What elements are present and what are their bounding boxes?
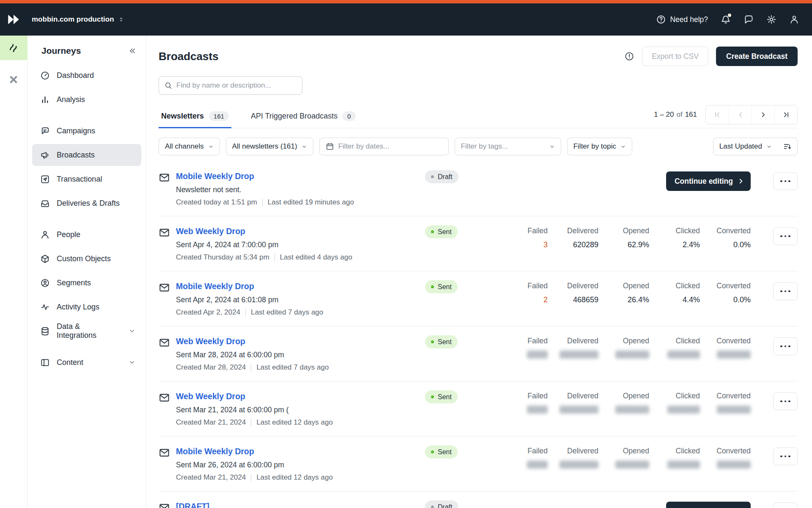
need-help-button[interactable]: Need help? [656, 14, 708, 25]
tags-filter[interactable]: Filter by tags... [455, 138, 561, 155]
status-badge: Sent [425, 225, 458, 238]
previous-page-button[interactable] [729, 105, 752, 124]
search-box [159, 76, 302, 95]
calendar-icon [326, 142, 334, 151]
meta-divider [251, 474, 251, 481]
status-dot [431, 450, 434, 453]
sidebar-item-activity-logs[interactable]: Activity Logs [32, 296, 141, 318]
journeys-icon [8, 42, 19, 53]
broadcast-title-link[interactable]: Web Weekly Drop [176, 337, 245, 346]
alert-circle-icon[interactable] [624, 51, 634, 61]
sidebar-item-dashboard[interactable]: Dashboard [32, 64, 141, 86]
topbar-actions: Need help? [656, 14, 799, 25]
broadcast-title-link[interactable]: Web Weekly Drop [176, 392, 245, 401]
sidebar-title: Journeys [41, 46, 81, 56]
broadcast-row: Mobile Weekly Drop Sent Apr 2, 2024 at 6… [159, 271, 798, 326]
tab-newsletters[interactable]: Newsletters 161 [159, 111, 231, 128]
first-page-button[interactable] [706, 105, 729, 124]
rail-x-button[interactable] [8, 75, 19, 86]
sort-direction-button[interactable] [778, 138, 797, 155]
app-logo-icon[interactable] [6, 12, 21, 27]
redacted-value [717, 406, 751, 414]
row-menu-button[interactable] [773, 282, 798, 300]
pagination-of: of [676, 110, 682, 119]
row-menu-button[interactable] [773, 392, 798, 410]
chat-bubble-icon[interactable] [743, 14, 754, 25]
caret-down-icon [766, 144, 772, 149]
last-edited-label: Last edited 4 days ago [280, 253, 352, 262]
redacted-value [717, 461, 751, 469]
row-menu-button[interactable] [773, 502, 798, 508]
newsletters-filter[interactable]: All newsletters (161) [226, 138, 313, 155]
status-label: Draft [438, 173, 453, 181]
broadcast-title-link[interactable]: Web Weekly Drop [176, 226, 245, 236]
row-menu-button[interactable] [773, 447, 798, 465]
status-badge: Draft [425, 170, 458, 183]
stat-converted: Converted0.0% [700, 226, 751, 249]
last-edited-label: Last edited 12 days ago [256, 473, 333, 482]
broadcast-title-link[interactable]: Mobile Weekly Drop [176, 282, 254, 291]
meta-divider [245, 309, 246, 316]
sort-select[interactable]: Last Updated [713, 142, 778, 151]
notification-dot [728, 14, 731, 17]
tab-api-triggered-broadcasts[interactable]: API Triggered Broadcasts 0 [248, 111, 358, 128]
topic-filter[interactable]: Filter by topic [567, 138, 632, 155]
sidebar-item-broadcasts[interactable]: Broadcasts [32, 144, 141, 166]
broadcast-title-link[interactable]: [DRAFT] [176, 502, 209, 508]
dates-filter-input[interactable] [338, 142, 442, 151]
dates-filter [319, 138, 449, 155]
row-menu-button[interactable] [773, 172, 798, 190]
envelope-icon [159, 282, 170, 293]
export-csv-button[interactable]: Export to CSV [642, 47, 708, 66]
broadcast-title-link[interactable]: Mobile Weekly Drop [176, 447, 254, 456]
broadcast-list: Mobile Weekly Drop Newsletter not sent. … [159, 161, 798, 508]
next-page-button[interactable] [752, 105, 774, 124]
stat-opened: Opened [598, 392, 649, 414]
tags-filter-placeholder: Filter by tags... [461, 142, 508, 151]
gear-icon[interactable] [766, 14, 776, 25]
sidebar-item-custom-objects[interactable]: Custom Objects [32, 248, 141, 270]
status-dot [431, 340, 434, 343]
notifications-button[interactable] [721, 14, 731, 25]
search-input[interactable] [176, 81, 297, 90]
last-page-button[interactable] [774, 105, 797, 124]
sidebar-item-people[interactable]: People [32, 224, 141, 246]
pagination: 1 – 20 of 161 [654, 105, 798, 128]
first-page-icon [713, 110, 722, 119]
sidebar-item-analysis[interactable]: Analysis [32, 88, 141, 110]
sidebar-item-transactional[interactable]: Transactional [32, 168, 141, 190]
status-label: Sent [438, 283, 452, 291]
journeys-workspace-tile[interactable] [0, 36, 27, 60]
sidebar-item-deliveries-drafts[interactable]: Deliveries & Drafts [32, 192, 141, 214]
sidebar: Journeys Dashboard Analysis Campaigns Br… [27, 36, 146, 508]
sidebar-item-content[interactable]: Content [32, 351, 141, 373]
stat-converted: Converted [700, 392, 751, 414]
stat-opened: Opened62.9% [598, 226, 649, 249]
row-menu-button[interactable] [773, 337, 798, 355]
status-label: Sent [438, 338, 452, 346]
row-menu-button[interactable] [773, 227, 798, 245]
collapse-sidebar-icon[interactable] [128, 47, 137, 55]
create-broadcast-button[interactable]: Create Broadcast [716, 47, 798, 66]
chevron-down-icon [129, 359, 135, 366]
broadcasts-megaphone-icon [40, 150, 50, 160]
redacted-value [615, 406, 649, 414]
segments-icon [40, 278, 50, 288]
broadcast-meta: Created today at 1:51 pm Last edited 19 … [176, 198, 354, 207]
stat-delivered: Delivered [548, 337, 598, 359]
stat-failed: Failed [497, 337, 548, 359]
status-badge: Draft [425, 500, 458, 508]
continue-editing-button[interactable]: Continue editing [666, 502, 751, 508]
broadcast-meta: Created Thursday at 5:34 pm Last edited … [176, 253, 352, 262]
sidebar-item-segments[interactable]: Segments [32, 272, 141, 294]
transactional-icon [40, 174, 50, 184]
caret-down-icon [208, 144, 214, 149]
continue-editing-button[interactable]: Continue editing [666, 171, 751, 191]
channels-filter[interactable]: All channels [159, 138, 220, 155]
sidebar-item-campaigns[interactable]: Campaigns [32, 120, 141, 142]
workspace-selector[interactable]: mobbin.com production [32, 15, 124, 24]
chevron-left-icon [736, 110, 745, 119]
account-person-icon[interactable] [789, 14, 799, 25]
sidebar-item-data-integrations[interactable]: Data & Integrations [32, 320, 141, 342]
broadcast-title-link[interactable]: Mobile Weekly Drop [176, 171, 254, 181]
